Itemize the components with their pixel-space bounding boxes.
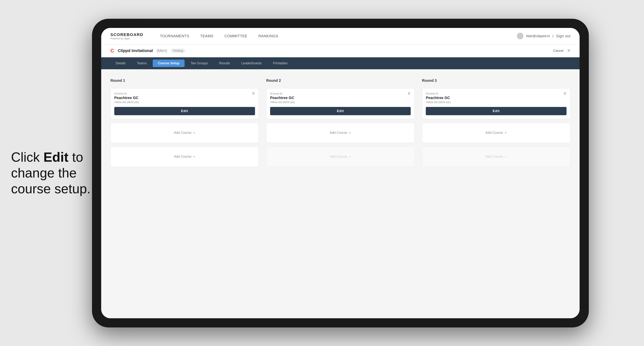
nav-teams[interactable]: TEAMS <box>200 34 214 38</box>
round-2-add-plus-1: + <box>349 131 351 135</box>
nav-rankings[interactable]: RANKINGS <box>258 34 278 38</box>
round-3-add-label-2: Add Course <box>486 155 503 159</box>
round-2-column: Round 2 🗑 (Course A) Peachtree GC Yellow… <box>266 78 415 167</box>
tab-course-setup[interactable]: Course Setup <box>153 59 184 67</box>
round-2-course-details: Yellow (M) (6629 yds) <box>270 101 411 104</box>
round-3-course-name: Peachtree GC <box>426 96 566 100</box>
logo: SCOREBOARD Powered by clippe <box>110 32 143 40</box>
round-1-add-label-2: Add Course <box>174 155 191 159</box>
separator: | <box>552 34 554 38</box>
round-3-course-label: (Course A) <box>426 92 566 95</box>
round-1-course-label: (Course A) <box>114 92 255 95</box>
round-2-edit-button[interactable]: Edit <box>270 107 411 115</box>
logo-title: SCOREBOARD <box>110 32 143 37</box>
round-3-add-label-1: Add Course <box>486 131 503 135</box>
edit-bold: Edit <box>44 150 68 165</box>
round-1-title: Round 1 <box>110 78 259 83</box>
round-3-course-card: 🗑 (Course A) Peachtree GC Yellow (M) (66… <box>422 88 570 119</box>
nav-tournaments[interactable]: TOURNAMENTS <box>160 34 189 38</box>
user-email: blair@clipped.io <box>526 34 550 38</box>
round-2-title: Round 2 <box>266 78 415 83</box>
sign-out-link[interactable]: Sign out <box>556 34 570 38</box>
tab-results[interactable]: Results <box>214 59 235 67</box>
tournament-name: Clippd Invitational <box>118 48 153 53</box>
tablet-screen: SCOREBOARD Powered by clippe TOURNAMENTS… <box>101 28 580 318</box>
round-1-course-card: 🗑 (Course A) Peachtree GC Yellow (M) (66… <box>110 88 259 119</box>
round-3-title: Round 3 <box>422 78 570 83</box>
round-3-add-plus-1: + <box>504 131 507 135</box>
round-1-add-course-1[interactable]: Add Course + <box>110 123 259 143</box>
tablet-frame: SCOREBOARD Powered by clippe TOURNAMENTS… <box>92 19 589 328</box>
round-2-course-label: (Course A) <box>270 92 411 95</box>
tournament-gender: (Men) <box>156 48 167 53</box>
user-avatar <box>517 33 524 39</box>
tab-details[interactable]: Details <box>110 59 131 67</box>
round-2-course-name: Peachtree GC <box>270 96 411 100</box>
round-3-add-course-2: Add Course + <box>422 147 570 167</box>
round-2-add-course-1[interactable]: Add Course + <box>266 123 415 143</box>
cancel-x[interactable]: ✕ <box>567 48 570 53</box>
round-3-delete-icon[interactable]: 🗑 <box>562 91 568 96</box>
cancel-button[interactable]: Cancel <box>553 49 564 53</box>
tab-leaderboards[interactable]: Leaderboards <box>236 59 267 67</box>
round-3-edit-button[interactable]: Edit <box>426 107 566 115</box>
round-2-course-card: 🗑 (Course A) Peachtree GC Yellow (M) (66… <box>266 88 415 119</box>
round-1-delete-icon[interactable]: 🗑 <box>251 91 256 96</box>
round-1-edit-button[interactable]: Edit <box>114 107 255 115</box>
rounds-container: Round 1 🗑 (Course A) Peachtree GC Yellow… <box>110 78 570 167</box>
sub-header: C Clippd Invitational (Men) Hosting Canc… <box>101 44 580 57</box>
round-1-add-plus-2: + <box>193 154 195 159</box>
hosting-badge: Hosting <box>171 48 185 53</box>
main-content: Round 1 🗑 (Course A) Peachtree GC Yellow… <box>101 69 580 318</box>
round-2-delete-icon[interactable]: 🗑 <box>407 91 412 96</box>
round-1-add-label-1: Add Course <box>174 131 191 135</box>
round-1-add-plus-1: + <box>193 131 195 135</box>
round-1-course-name: Peachtree GC <box>114 96 255 100</box>
round-3-column: Round 3 🗑 (Course A) Peachtree GC Yellow… <box>422 78 570 167</box>
round-3-add-course-1[interactable]: Add Course + <box>422 123 570 143</box>
tab-printables[interactable]: Printables <box>268 59 293 67</box>
round-2-add-plus-2: + <box>349 154 351 159</box>
round-1-column: Round 1 🗑 (Course A) Peachtree GC Yellow… <box>110 78 259 167</box>
tab-tee-groups[interactable]: Tee Groups <box>186 59 213 67</box>
round-1-add-course-2[interactable]: Add Course + <box>110 147 259 167</box>
logo-sub: Powered by clippe <box>110 37 143 40</box>
round-2-add-course-2: Add Course + <box>266 147 415 167</box>
round-2-add-label-1: Add Course <box>330 131 347 135</box>
round-3-course-details: Yellow (M) (6629 yds) <box>426 101 566 104</box>
round-3-add-plus-2: + <box>504 154 507 159</box>
tab-teams[interactable]: Teams <box>132 59 152 67</box>
top-nav: SCOREBOARD Powered by clippe TOURNAMENTS… <box>101 28 580 44</box>
round-2-add-label-2: Add Course <box>330 155 347 159</box>
instruction-text: Click Edit tochange thecourse setup. <box>11 149 90 197</box>
round-1-course-details: Yellow (M) (6629 yds) <box>114 101 255 104</box>
brand-c: C <box>110 48 114 54</box>
nav-committee[interactable]: COMMITTEE <box>224 34 248 38</box>
user-area: blair@clipped.io | Sign out <box>517 33 570 39</box>
tabs-bar: Details Teams Course Setup Tee Groups Re… <box>101 57 580 69</box>
